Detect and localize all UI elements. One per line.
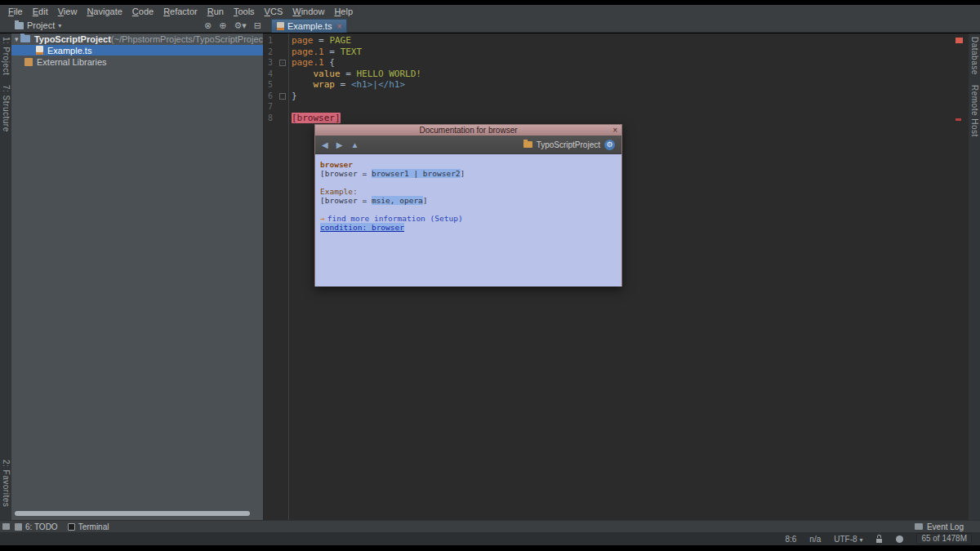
doc-code-text: [browser = (320, 196, 372, 205)
menu-window[interactable]: Window (287, 5, 329, 18)
code-token: HELLO WORLD! (357, 69, 421, 79)
menu-vcs[interactable]: VCS (260, 5, 288, 18)
code-token: page.1 (292, 57, 329, 68)
toolwindow-button-remote-host[interactable]: Remote Host (970, 85, 979, 137)
menu-refactor[interactable]: Refactor (158, 5, 203, 18)
menu-help[interactable]: Help (329, 5, 358, 18)
encoding-label: UTF-8 (834, 535, 857, 544)
toolwindow-button-1-project[interactable]: 1: Project (2, 37, 11, 75)
chevron-down-icon: ▾ (58, 22, 61, 29)
line-separator-widget[interactable]: n/a (809, 535, 821, 544)
fold-open-icon[interactable]: - (279, 60, 286, 66)
menu-bar: FileEditViewNavigateCodeRefactorRunTools… (0, 5, 980, 18)
code-line: 8[browser] (264, 113, 969, 124)
doc-info: →find more information (Setup) (320, 214, 617, 223)
doc-info-text: find more information (Setup) (327, 214, 463, 223)
menu-tools[interactable]: Tools (229, 5, 260, 18)
code-text: wrap = <h1>|</h1> (292, 79, 405, 91)
doc-link[interactable]: condition: browser (320, 223, 617, 232)
code-line: 3-page.1 { (264, 57, 969, 69)
code-token: [browser] (292, 113, 341, 123)
popup-title-bar[interactable]: Documentation for browser × (315, 125, 621, 136)
menu-edit[interactable]: Edit (28, 5, 53, 18)
chevron-down-icon: ▾ (859, 536, 862, 544)
tab-label: Example.ts (287, 21, 332, 31)
tree-item-external-libraries[interactable]: External Libraries (11, 56, 263, 67)
typoscript-file-icon (277, 22, 284, 30)
code-token: page (292, 35, 314, 46)
project-tree: ▾TypoScriptProject (~/PhpstormProjects/T… (11, 33, 263, 67)
editor-tab-bar: Example.ts × (263, 18, 969, 33)
project-root-path: (~/PhpstormProjects/TypoScriptProjec (111, 34, 263, 44)
code-area[interactable]: 1page = PAGE2page.1 = TEXT3-page.1 {4 va… (264, 35, 969, 123)
documentation-popup: Documentation for browser × ◀ ▶ ▲ TypoSc… (314, 124, 622, 287)
ts-file-icon (36, 46, 43, 55)
code-line: 7 (264, 101, 969, 113)
popup-project-label: TypoScriptProject (537, 140, 600, 149)
tab-example-ts[interactable]: Example.ts × (271, 19, 347, 33)
caret-position-widget[interactable]: 8:6 (785, 535, 796, 544)
status-widgets: 8:6 n/a UTF-8 ▾ 65 of 1478M (785, 532, 972, 545)
popup-content: browser[browser = browser1 | browser2]Ex… (315, 154, 621, 287)
library-icon (24, 58, 33, 66)
toolwindow-bar: 6: TODOTerminal Event Log (0, 520, 980, 532)
code-text: value = HELLO WORLD! (292, 69, 421, 80)
event-log-button[interactable]: Event Log (915, 522, 964, 531)
gear-icon[interactable]: ⚙ (604, 140, 615, 150)
arrow-icon: → (320, 214, 325, 223)
menu-file[interactable]: File (3, 5, 28, 18)
line-number: 7 (265, 101, 273, 113)
forward-icon[interactable]: ▶ (336, 140, 343, 149)
close-icon[interactable]: × (336, 22, 341, 31)
menu-run[interactable]: Run (203, 5, 229, 18)
tree-item-example-ts[interactable]: Example.ts (11, 45, 263, 56)
error-stripe-mark[interactable] (956, 118, 961, 121)
up-icon[interactable]: ▲ (350, 140, 359, 149)
tree-item-label: Example.ts (47, 46, 91, 56)
status-bar: 8:6 n/a UTF-8 ▾ 65 of 1478M (0, 532, 980, 545)
menu-view[interactable]: View (53, 5, 82, 18)
doc-code-highlight: msie, opera (372, 196, 423, 205)
memory-indicator[interactable]: 65 of 1478M (916, 533, 972, 544)
close-icon[interactable]: × (612, 125, 617, 136)
code-token: page.1 (292, 47, 324, 57)
right-toolwindow-stripe: DatabaseRemote Host (969, 33, 980, 520)
hide-panel-icon[interactable]: ⊟ (254, 19, 261, 32)
toolwindow-button-6-todo[interactable]: 6: TODO (15, 522, 58, 531)
toolwindow-button-2-favorites[interactable]: 2: Favorites (2, 460, 11, 507)
line-number: 2 (265, 47, 273, 58)
close-circle-icon[interactable]: ⊗ (204, 19, 212, 32)
encoding-widget[interactable]: UTF-8 ▾ (834, 535, 862, 544)
error-stripe-mark[interactable] (956, 38, 963, 43)
horizontal-scrollbar[interactable] (15, 511, 250, 516)
readonly-lock-icon[interactable] (875, 535, 883, 543)
hector-inspections-icon[interactable] (896, 535, 903, 543)
toolwindow-button-label: Terminal (78, 522, 109, 531)
menu-navigate[interactable]: Navigate (82, 5, 127, 18)
toolwindow-button-label: 6: TODO (25, 522, 58, 531)
tree-item-label: External Libraries (37, 57, 107, 67)
doc-spacer (320, 178, 617, 187)
code-text: page.1 { (292, 57, 335, 69)
event-log-label: Event Log (927, 522, 964, 531)
toolwindow-button-terminal[interactable]: Terminal (68, 522, 109, 531)
code-token: = (341, 69, 357, 79)
panel-header-icons: ⊗⊕⚙▾⊟ (204, 19, 261, 32)
doc-heading: browser (320, 160, 617, 169)
toolwindow-button-database[interactable]: Database (970, 37, 979, 75)
code-token: wrap (314, 79, 336, 90)
locate-icon[interactable]: ⊕ (219, 19, 226, 32)
fold-close-icon[interactable] (279, 93, 286, 100)
back-icon[interactable]: ◀ (322, 140, 328, 149)
line-number: 6 (265, 91, 273, 102)
toolwindow-switcher-icon[interactable] (2, 523, 10, 530)
chevron-down-icon[interactable]: ▾ (15, 35, 20, 43)
settings-gear-icon[interactable]: ⚙▾ (234, 19, 246, 32)
toolwindow-button-7-structure[interactable]: 7: Structure (2, 85, 11, 132)
project-panel-combo[interactable]: Project ▾ (11, 19, 65, 32)
menu-code[interactable]: Code (127, 5, 158, 18)
code-token (292, 79, 314, 90)
tree-root-row[interactable]: ▾TypoScriptProject (~/PhpstormProjects/T… (11, 33, 263, 44)
code-line: 2page.1 = TEXT (264, 47, 969, 58)
left-toolwindow-stripe: 1: Project7: Structure 2: Favorites (0, 33, 11, 520)
